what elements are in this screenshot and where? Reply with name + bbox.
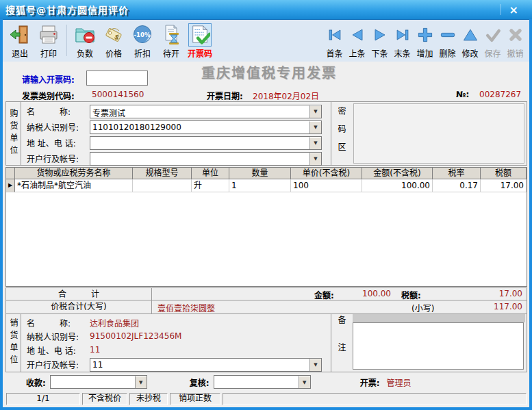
totals-sum-label: 合 计 (6, 288, 152, 300)
seller-fields: 名 称: 达利食品集团 纳税人识别号: 91500102JLF123456M 地… (21, 314, 331, 372)
buyer-bank-combobox[interactable]: ▼ (90, 152, 322, 166)
prev-record-label: 上条 (349, 47, 365, 59)
price-button[interactable]: $ 价格 (99, 22, 128, 59)
buyer-side-label: 购货单位 (8, 109, 19, 158)
cell-unit-price[interactable]: 100 (291, 179, 362, 192)
delete-button[interactable]: 删除 (436, 22, 459, 59)
totals-row: 合 计 金额: 100.00 税额: 17.00 (5, 287, 527, 300)
cell-spec[interactable] (133, 179, 192, 192)
seller-taxid-label: 纳税人识别号: (27, 331, 90, 342)
save-button: 保存 (481, 22, 504, 59)
seller-name-value: 达利食品集团 (90, 317, 139, 329)
save-label: 保存 (484, 47, 501, 59)
status-page: 1/1 (6, 393, 80, 405)
modify-button[interactable]: 修改 (459, 22, 481, 59)
grid-selector-header (6, 168, 15, 179)
exit-button[interactable]: 退出 (5, 22, 34, 59)
cell-amount[interactable]: 100.00 (362, 179, 433, 192)
table-row[interactable]: ▶ *石油制品*航空汽油 升 1 100 100.00 0.17 17.00 (6, 179, 527, 192)
print-button[interactable]: 打印 (34, 22, 63, 59)
payee-label: 收款: (26, 376, 46, 388)
print-label: 打印 (40, 47, 57, 59)
invoice-code-input-label: 请输入开票码: (22, 73, 75, 85)
reviewer-combobox[interactable]: ▼ (214, 375, 311, 389)
remark-label-cell: 备注 (331, 314, 351, 372)
invoice-code-button[interactable]: 开票码 (186, 22, 214, 59)
add-button[interactable]: 增加 (414, 22, 436, 59)
chevron-down-icon[interactable]: ▼ (309, 137, 321, 149)
invoice-title: 重庆增值税专用发票 (201, 62, 337, 82)
invoice-app-window: 搜狐号@甘肃方圆信用评价 × 退出 (0, 0, 532, 410)
cell-goods-name[interactable]: *石油制品*航空汽油 (15, 179, 133, 192)
cell-tax-amount[interactable]: 17.00 (481, 179, 527, 192)
totals-amount-label: 金额: (314, 289, 334, 300)
buyer-name-combobox[interactable]: 专票测试 ▼ (90, 105, 322, 118)
negative-button[interactable]: 负数 (71, 22, 99, 59)
col-tax-rate: 税率 (433, 168, 481, 179)
last-record-label: 末条 (394, 47, 410, 59)
seller-taxid-value: 91500102JLF123456M (90, 331, 181, 341)
printer-icon (37, 23, 60, 47)
negative-folder-icon (73, 23, 97, 47)
buyer-taxid-value: 11010120180129000 (90, 121, 309, 133)
chevron-down-icon[interactable]: ▼ (309, 121, 321, 133)
seller-bank-combobox[interactable]: 11 ▼ (90, 358, 322, 372)
payee-combobox[interactable]: ▼ (50, 375, 147, 389)
cell-unit[interactable]: 升 (192, 179, 229, 192)
password-area-label: 密码区 (335, 107, 347, 160)
chevron-down-icon[interactable]: ▼ (135, 376, 147, 388)
chevron-down-icon[interactable]: ▼ (309, 153, 321, 165)
buyer-section: 购货单位 名 称: 专票测试 ▼ 纳税人识别号: 110101201801290… (5, 101, 527, 166)
status-copy: 未抄税 (129, 393, 168, 405)
buyer-address-combobox[interactable]: ▼ (90, 136, 322, 150)
prev-record-icon (346, 23, 369, 47)
plus-icon (414, 23, 437, 47)
chevron-down-icon[interactable]: ▼ (299, 376, 310, 388)
col-spec: 规格型号 (133, 168, 192, 179)
seller-bank-label: 开户行及帐号: (27, 359, 90, 370)
buyer-taxid-combobox[interactable]: 11010120180129000 ▼ (90, 120, 322, 134)
remark-textarea[interactable] (353, 322, 524, 370)
price-tag-icon: $ (102, 23, 125, 47)
check-icon (481, 23, 505, 47)
buyer-taxid-label: 纳税人识别号: (27, 121, 90, 133)
toolbar-nav-group: 首条 上条 下条 (323, 22, 527, 59)
category-code-label: 发票类别代码: (22, 90, 75, 101)
chevron-down-icon[interactable]: ▼ (309, 105, 321, 118)
chevron-down-icon[interactable]: ▼ (309, 359, 321, 371)
next-record-button[interactable]: 下条 (368, 22, 391, 59)
drawer-label: 开票: (360, 376, 380, 388)
col-tax-amount: 税额 (481, 168, 527, 179)
cell-tax-rate[interactable]: 0.17 (433, 179, 481, 192)
next-record-label: 下条 (371, 47, 388, 59)
total-words-value: 壹佰壹拾柒圆整 (157, 302, 215, 313)
total-in-words-row: 价税合计(大写) 壹佰壹拾柒圆整 (小写) 117.00 (5, 300, 527, 314)
cross-icon (504, 23, 527, 47)
buyer-address-value (90, 137, 309, 149)
toolbar: 退出 打印 (3, 19, 529, 62)
remark-label: 备注 (335, 316, 347, 370)
seller-side-cell: 销货单位 (6, 314, 21, 372)
seller-address-label: 地 址、电 话: (27, 344, 90, 356)
prev-record-button[interactable]: 上条 (346, 22, 368, 59)
exit-door-icon (8, 23, 31, 47)
password-area-cell: 密码区 (331, 102, 351, 165)
first-record-icon (323, 23, 346, 47)
buyer-bank-label: 开户行及帐号: (27, 153, 90, 164)
reviewer-value (214, 376, 299, 388)
window-title: 搜狐号@甘肃方圆信用评价 (5, 3, 129, 16)
last-record-button[interactable]: 末条 (391, 22, 414, 59)
discount-button[interactable]: -10% 折扣 (128, 22, 157, 59)
invoice-form: 请输入开票码: 发票类别代码: 5000141560 重庆增值税专用发票 开票日… (3, 62, 529, 407)
first-record-button[interactable]: 首条 (323, 22, 346, 59)
close-icon[interactable]: × (501, 3, 527, 16)
col-amount: 金额(不含税) (362, 168, 433, 179)
pending-button[interactable]: 待开 (157, 22, 186, 59)
delete-label: 删除 (439, 47, 455, 59)
buyer-side-cell: 购货单位 (6, 102, 21, 165)
col-unit: 单位 (192, 168, 229, 179)
invoice-code-input[interactable] (86, 71, 148, 86)
last-record-icon (391, 23, 414, 47)
cell-qty[interactable]: 1 (229, 179, 291, 192)
col-goods-name: 货物或应税劳务名称 (15, 168, 133, 179)
